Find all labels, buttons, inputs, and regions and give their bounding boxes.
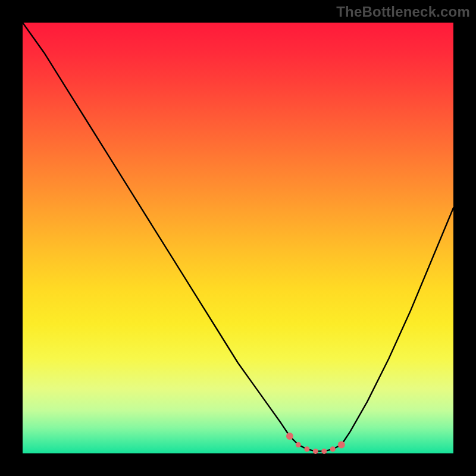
highlight-dot [304, 446, 309, 452]
plot-area [23, 23, 453, 453]
watermark-text: TheBottleneck.com [336, 4, 470, 20]
highlight-dots [286, 433, 345, 454]
highlight-dot [330, 446, 336, 452]
curve-path [23, 23, 453, 451]
curve-line [23, 23, 453, 451]
highlight-dot [286, 433, 293, 440]
chart-frame: TheBottleneck.com [0, 0, 476, 476]
highlight-dot [313, 449, 318, 454]
chart-svg [23, 23, 453, 453]
highlight-dot [338, 441, 345, 449]
highlight-dot [296, 442, 301, 447]
highlight-dot [321, 449, 327, 454]
